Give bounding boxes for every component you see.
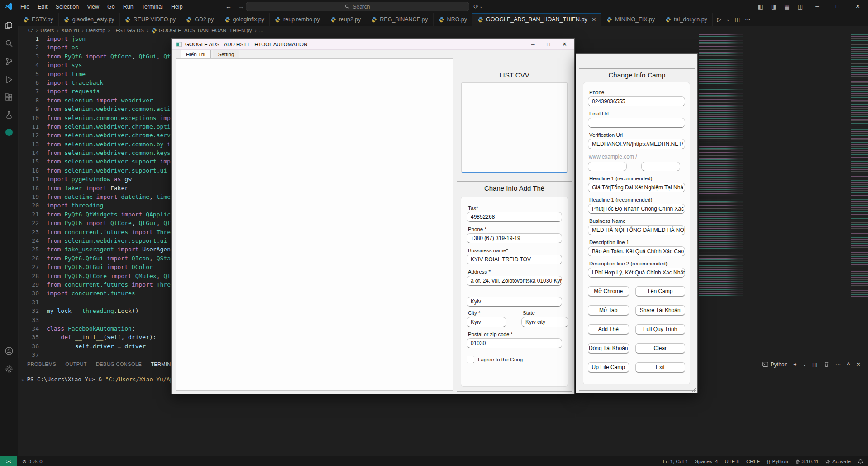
dialog-tab-setting[interactable]: Setting xyxy=(213,50,240,58)
back-icon[interactable]: ← xyxy=(225,3,232,10)
maximize-panel-icon[interactable]: ^ xyxy=(847,361,850,368)
camp-input-2[interactable]: MEDHANOI.VN/|https://MEDHN.NET/ xyxy=(588,139,685,149)
button-up-file-camp[interactable]: Up File Camp xyxy=(588,362,629,373)
cursor-position[interactable]: Ln 1, Col 1 xyxy=(663,459,688,464)
tab-reup rembo.py[interactable]: reup rembo.py xyxy=(270,13,325,26)
card-input-right[interactable]: Kyiv city xyxy=(521,317,568,327)
breadcrumb-item[interactable]: Xiao Yu xyxy=(61,28,79,33)
tab-gologinfix.py[interactable]: gologinfix.py xyxy=(219,13,270,26)
menu-selection[interactable]: Selection xyxy=(52,4,83,10)
card-input-1[interactable]: +380 (67) 319-19-19 xyxy=(467,233,562,243)
camp-input-8[interactable]: Bảo An Toàn. Kết Quả Chính Xác Cao xyxy=(588,246,685,256)
run-dropdown-icon[interactable]: ⌄ xyxy=(726,17,730,22)
close-panel-icon[interactable]: ✕ xyxy=(856,361,861,368)
panel-more-icon[interactable]: ⋯ xyxy=(835,361,841,368)
python-interpreter[interactable]: 3.10.11 xyxy=(795,459,819,464)
layout-toggle-icons[interactable]: ◧◨▦◫ xyxy=(754,2,807,10)
tab-ESTY.py[interactable]: ESTY.py xyxy=(18,13,59,26)
search-sidebar-icon[interactable] xyxy=(5,39,14,48)
terminal-shell-item[interactable]: Python xyxy=(762,361,787,368)
extension-dot-icon[interactable] xyxy=(5,128,14,137)
menu-terminal[interactable]: Terminal xyxy=(138,4,167,10)
tab-tai_douyin.py[interactable]: tai_douyin.py xyxy=(660,13,713,26)
checkbox[interactable] xyxy=(467,356,474,363)
card-input-6[interactable]: 01030 xyxy=(467,338,562,348)
card-input-4[interactable]: Kyiv xyxy=(467,297,562,307)
run-button[interactable]: ▷ xyxy=(717,16,721,23)
minimap[interactable] xyxy=(699,34,743,297)
extensions-icon[interactable] xyxy=(5,93,14,102)
card-input-3[interactable]: a of. 24, vul. Zolotovoritska 01030 Kyiv xyxy=(467,276,562,286)
dialog-close-button[interactable]: ✕ xyxy=(562,41,567,48)
path-input-2[interactable] xyxy=(641,162,680,171)
dialog-tab-hiển-thị[interactable]: Hiển Thị xyxy=(181,50,211,58)
layout-icon-2[interactable]: ◨ xyxy=(767,4,780,10)
split-terminal-icon[interactable]: ◫ xyxy=(812,361,818,368)
menu-go[interactable]: Go xyxy=(103,4,119,10)
dialog-maximize-button[interactable]: □ xyxy=(547,42,550,47)
panel-tab-debug-console[interactable]: DEBUG CONSOLE xyxy=(96,358,142,370)
settings-gear-icon[interactable] xyxy=(5,365,14,374)
tab-GOOGLE_ADS_BAN_HOAN_THIEN.py[interactable]: GOOGLE_ADS_BAN_HOAN_THIEN.py✕ xyxy=(472,13,601,26)
breadcrumb-item[interactable]: Desktop xyxy=(86,28,105,33)
cvv-listbox[interactable] xyxy=(461,82,568,173)
editor-more-icon[interactable]: ⋯ xyxy=(745,16,750,23)
button-clear[interactable]: Clear xyxy=(635,343,685,354)
split-editor-icon[interactable]: ◫ xyxy=(735,16,740,23)
layout-icon-3[interactable]: ▦ xyxy=(780,4,793,10)
camp-input-9[interactable]: i Phí Hợp Lý, Kết Quả Chính Xác Nhất. xyxy=(588,268,685,278)
source-control-icon[interactable] xyxy=(5,57,14,66)
button-lên-camp[interactable]: Lên Camp xyxy=(635,286,685,297)
camp-input-6[interactable]: Phút|Tốc Độ Nhanh Chóng Chính Xác xyxy=(588,204,685,214)
menu-run[interactable]: Run xyxy=(119,4,138,10)
notifications-bell-icon[interactable] xyxy=(858,459,863,465)
tab-REUP VIDEO.py[interactable]: REUP VIDEO.py xyxy=(120,13,181,26)
activate-item[interactable]: Activate xyxy=(825,459,851,464)
breadcrumb[interactable]: C:›Users›Xiao Yu›Desktop›TEST GG DS›GOOG… xyxy=(18,26,662,34)
button-exit[interactable]: Exit xyxy=(635,362,685,373)
camp-input-5[interactable]: Giá Tốt|Tổng Đài Xét Nghiệm Tại Nhà xyxy=(588,183,685,192)
forward-icon[interactable]: → xyxy=(238,3,244,10)
tab-REG_BINANCE.py[interactable]: REG_BINANCE.py xyxy=(366,13,433,26)
camp-input-7[interactable]: MED HÀ NỘI|TỔNG ĐÀI MED HÀ NỘI xyxy=(588,225,685,235)
breadcrumb-item[interactable]: TEST GG DS xyxy=(113,28,144,33)
kill-terminal-icon[interactable] xyxy=(824,361,830,367)
menu-help[interactable]: Help xyxy=(167,4,187,10)
tab-close-icon[interactable]: ✕ xyxy=(592,17,596,23)
button-add-thẻ[interactable]: Add Thẻ xyxy=(588,324,629,335)
button-mở-tab[interactable]: Mở Tab xyxy=(588,305,629,316)
breadcrumb-item[interactable]: Users xyxy=(40,28,54,33)
overview-ruler[interactable] xyxy=(851,34,868,297)
eol-sequence[interactable]: CRLF xyxy=(746,459,760,464)
dialog-titlebar[interactable]: GOOGLE ADS - ADD HSTT - HTOOL AUTOMATION… xyxy=(172,39,574,50)
run-debug-icon[interactable] xyxy=(5,75,14,84)
tab-reup2.py[interactable]: reup2.py xyxy=(325,13,367,26)
window-close-button[interactable]: ✕ xyxy=(848,0,868,13)
breadcrumb-item[interactable]: C: xyxy=(28,28,33,33)
search-input[interactable]: Search xyxy=(246,2,469,11)
new-terminal-icon[interactable]: + xyxy=(793,361,796,368)
panel-tab-output[interactable]: OUTPUT xyxy=(65,358,87,370)
encoding[interactable]: UTF-8 xyxy=(725,459,739,464)
dialog-minimize-button[interactable]: ─ xyxy=(531,42,535,47)
tab-MININO_FIX.py[interactable]: MININO_FIX.py xyxy=(601,13,660,26)
button-full-quy-trình[interactable]: Full Quy Trình xyxy=(635,324,685,335)
tab-giaodien_esty.py[interactable]: giaodien_esty.py xyxy=(59,13,120,26)
menu-file[interactable]: File xyxy=(16,4,33,10)
panel-tab-problems[interactable]: PROBLEMS xyxy=(27,358,56,370)
card-input-2[interactable]: KYIV ROIAL TREID TOV xyxy=(467,255,562,264)
camp-input-0[interactable]: 02439036555 xyxy=(588,96,685,106)
problems-status[interactable]: ⊘0 ⚠0 xyxy=(22,458,43,465)
breadcrumb-item[interactable]: ... xyxy=(259,28,263,33)
window-minimize-button[interactable]: ─ xyxy=(807,0,827,13)
remote-indicator[interactable]: >< xyxy=(0,456,17,466)
button-share-tài-khoản[interactable]: Share Tài Khoản xyxy=(635,305,685,316)
account-icon[interactable] xyxy=(5,346,14,356)
explorer-icon[interactable] xyxy=(5,21,14,30)
card-input-0[interactable]: 49852268 xyxy=(467,212,562,222)
tab-NRO.py[interactable]: NRO.py xyxy=(434,13,472,26)
sync-icon[interactable]: ⟳⌄ xyxy=(473,0,482,13)
card-input-left[interactable]: Kyiv xyxy=(467,317,506,327)
button-đóng-tài-khoản[interactable]: Đóng Tài Khoản xyxy=(588,343,629,354)
menu-view[interactable]: View xyxy=(83,4,103,10)
